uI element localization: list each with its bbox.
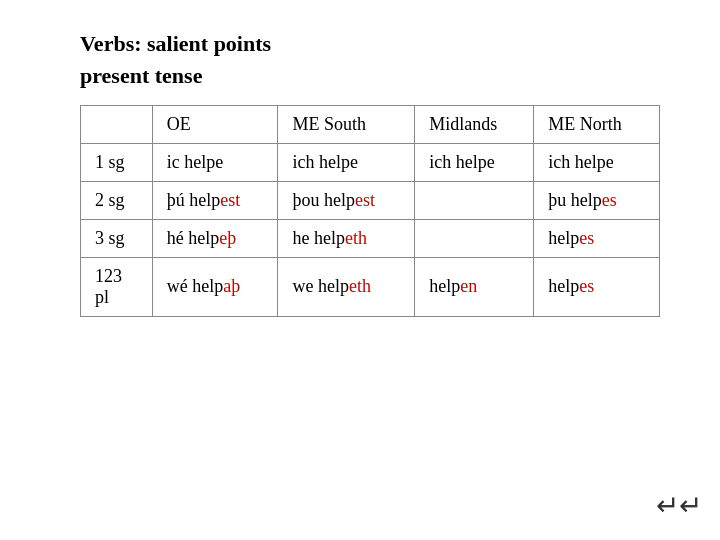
cell-3sg-mesouth: he helpeth bbox=[278, 219, 415, 257]
red-suffix: es bbox=[579, 228, 594, 248]
cell-3sg-menorth: helpes bbox=[534, 219, 660, 257]
cell-2sg-mesouth: þou helpest bbox=[278, 181, 415, 219]
cell-2sg-oe: þú helpest bbox=[152, 181, 278, 219]
red-suffix: es bbox=[579, 276, 594, 296]
cell-123pl-midlands: helpen bbox=[415, 257, 534, 316]
cell-123pl-menorth: helpes bbox=[534, 257, 660, 316]
cell-123pl-oe: wé helpaþ bbox=[152, 257, 278, 316]
cell-123pl-mesouth: we helpeth bbox=[278, 257, 415, 316]
red-suffix: eth bbox=[349, 276, 371, 296]
cell-1sg-midlands: ich helpe bbox=[415, 143, 534, 181]
row-label-3sg: 3 sg bbox=[81, 219, 153, 257]
table-row: 123pl wé helpaþ we helpeth helpen helpes bbox=[81, 257, 660, 316]
cell-1sg-mesouth: ich helpe bbox=[278, 143, 415, 181]
verb-table: OE ME South Midlands ME North 1 sg ic he… bbox=[80, 105, 660, 317]
red-suffix: en bbox=[460, 276, 477, 296]
red-suffix: es bbox=[602, 190, 617, 210]
red-suffix: aþ bbox=[223, 276, 240, 296]
col-header-oe: OE bbox=[152, 105, 278, 143]
subtitle: present tense bbox=[80, 63, 202, 89]
red-suffix: eþ bbox=[219, 228, 236, 248]
col-header-midlands: Midlands bbox=[415, 105, 534, 143]
cell-1sg-oe: ic helpe bbox=[152, 143, 278, 181]
red-suffix: est bbox=[220, 190, 240, 210]
table-row: 3 sg hé helpeþ he helpeth helpes bbox=[81, 219, 660, 257]
cell-1sg-menorth: ich helpe bbox=[534, 143, 660, 181]
cell-2sg-midlands bbox=[415, 181, 534, 219]
row-label-123pl: 123pl bbox=[81, 257, 153, 316]
cell-3sg-oe: hé helpeþ bbox=[152, 219, 278, 257]
table-row: 2 sg þú helpest þou helpest þu helpes bbox=[81, 181, 660, 219]
page-title: Verbs: salient points bbox=[80, 30, 271, 59]
table-row: 1 sg ic helpe ich helpe ich helpe ich he… bbox=[81, 143, 660, 181]
cell-3sg-midlands bbox=[415, 219, 534, 257]
row-label-2sg: 2 sg bbox=[81, 181, 153, 219]
red-suffix: eth bbox=[345, 228, 367, 248]
corner-decoration: ↵↵ bbox=[656, 489, 702, 522]
row-label-1sg: 1 sg bbox=[81, 143, 153, 181]
cell-2sg-menorth: þu helpes bbox=[534, 181, 660, 219]
col-header-empty bbox=[81, 105, 153, 143]
col-header-me-south: ME South bbox=[278, 105, 415, 143]
red-suffix: est bbox=[355, 190, 375, 210]
col-header-me-north: ME North bbox=[534, 105, 660, 143]
